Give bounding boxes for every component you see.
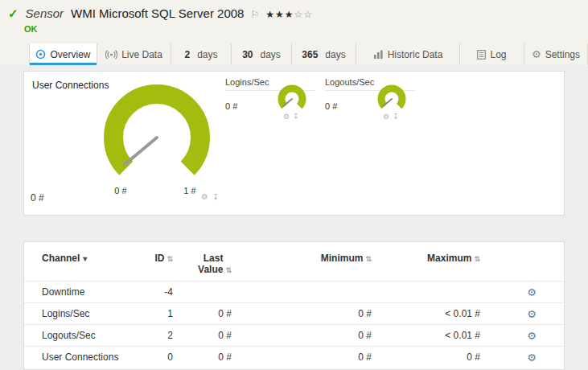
- priority-stars[interactable]: ★★★☆☆: [265, 9, 313, 20]
- status-check-icon: ✓: [8, 6, 19, 21]
- download-icon[interactable]: ↧: [212, 192, 219, 201]
- tab-label: Overview: [50, 49, 90, 60]
- dropdown-icon[interactable]: ▾: [83, 254, 87, 263]
- channel-id: 1: [130, 308, 173, 319]
- gear-icon[interactable]: ⚙: [283, 113, 290, 121]
- sensor-title: WMI Microsoft SQL Server 2008: [71, 6, 244, 20]
- tab-historic-data[interactable]: Historic Data: [356, 43, 460, 65]
- channel-maximum: < 0.01 #: [372, 330, 480, 341]
- tab-label: Log: [490, 49, 506, 60]
- channel-minimum: 0 #: [232, 352, 372, 363]
- col-label: Last Value: [187, 253, 223, 275]
- channel-minimum: 0 #: [232, 308, 372, 319]
- sensor-header: ✓ Sensor WMI Microsoft SQL Server 2008 ⚐…: [0, 0, 588, 43]
- log-icon: [477, 50, 486, 60]
- tab-label: Settings: [545, 49, 580, 60]
- logins-gauge-section: Logins/Sec 0 # ⚙ ↧: [225, 77, 320, 134]
- channel-settings-icon[interactable]: ⚙: [527, 330, 537, 342]
- channel-id: 2: [130, 330, 173, 341]
- channel-maximum: 0 #: [372, 352, 480, 363]
- table-row[interactable]: Logins/Sec 1 0 # 0 # < 0.01 # ⚙: [24, 302, 564, 324]
- tab-settings[interactable]: ⚙ Settings: [524, 43, 588, 65]
- channel-settings-icon[interactable]: ⚙: [527, 286, 537, 298]
- gauge-arc: [282, 88, 302, 106]
- channel-id: 0: [130, 352, 173, 363]
- historic-data-icon: [373, 50, 384, 60]
- object-kind-label: Sensor: [26, 6, 64, 20]
- channel-name[interactable]: Logouts/Sec: [42, 330, 130, 341]
- tab-overview[interactable]: Overview: [29, 43, 97, 65]
- gauge-needle: [125, 138, 157, 165]
- logouts-gauge: [376, 84, 408, 116]
- channel-name[interactable]: Logins/Sec: [42, 308, 130, 319]
- live-data-icon: [105, 50, 117, 60]
- tab-label-number: 2: [184, 49, 190, 60]
- tab-bar: Overview Live Data 2 days 30 days 365 da…: [0, 43, 588, 65]
- col-last-value[interactable]: Last Value⇅: [173, 253, 232, 281]
- col-minimum[interactable]: Minimum⇅: [232, 253, 372, 281]
- mini-gauge-value: 0 #: [325, 101, 337, 111]
- channel-settings-icon[interactable]: ⚙: [527, 308, 537, 320]
- channel-maximum: < 0.01 #: [372, 308, 480, 319]
- sort-icon[interactable]: ⇅: [474, 255, 480, 263]
- tab-label-number: 365: [302, 49, 318, 60]
- table-row[interactable]: Downtime -4 ⚙: [24, 281, 564, 302]
- status-badge: OK: [24, 24, 580, 34]
- channel-minimum: 0 #: [232, 330, 372, 341]
- tab-2-days[interactable]: 2 days: [171, 43, 232, 65]
- gauges-panel: User Connections 0 # 1 # 0 # ⚙ ↧ Logins/…: [23, 71, 565, 216]
- gauge-scale-min: 0 #: [106, 186, 135, 195]
- col-maximum[interactable]: Maximum⇅: [372, 253, 480, 281]
- tab-label: days: [325, 49, 345, 60]
- table-header-row: Channel▾ ID⇅ Last Value⇅ Minimum⇅ Maximu…: [24, 242, 564, 281]
- gauge-scale-max: 1 #: [175, 186, 204, 195]
- sort-icon[interactable]: ⇅: [167, 255, 173, 263]
- channels-table: Channel▾ ID⇅ Last Value⇅ Minimum⇅ Maximu…: [23, 241, 565, 370]
- tab-label: days: [261, 49, 281, 60]
- logouts-gauge-section: Logouts/Sec 0 # ⚙ ↧: [325, 77, 420, 134]
- col-label: Channel: [42, 253, 80, 264]
- gauge-current-value: 0 #: [31, 192, 44, 204]
- channel-last-value: 0 #: [173, 308, 232, 319]
- channel-id: -4: [130, 286, 173, 298]
- tab-label: Live Data: [121, 49, 162, 60]
- col-label: Minimum: [321, 253, 364, 264]
- gear-icon[interactable]: ⚙: [201, 192, 208, 201]
- download-icon[interactable]: ↧: [393, 113, 399, 121]
- gear-icon[interactable]: ⚙: [383, 113, 389, 121]
- tab-log[interactable]: Log: [460, 43, 524, 65]
- sort-icon[interactable]: ⇅: [365, 255, 372, 263]
- download-icon[interactable]: ↧: [293, 113, 299, 121]
- tab-label: days: [197, 49, 217, 60]
- tab-30-days[interactable]: 30 days: [232, 43, 292, 65]
- channel-name[interactable]: Downtime: [42, 286, 130, 298]
- col-actions: [480, 253, 546, 281]
- col-id[interactable]: ID⇅: [130, 253, 173, 281]
- flag-icon[interactable]: ⚐: [250, 9, 259, 20]
- tab-label: Historic Data: [388, 49, 443, 60]
- col-label: Maximum: [427, 253, 471, 264]
- sensor-body: User Connections 0 # 1 # 0 # ⚙ ↧ Logins/…: [0, 65, 588, 370]
- table-row[interactable]: Logouts/Sec 2 0 # 0 # < 0.01 # ⚙: [24, 324, 564, 346]
- tab-live-data[interactable]: Live Data: [97, 43, 171, 65]
- tab-label-number: 30: [242, 49, 253, 60]
- channel-name[interactable]: User Connections: [42, 352, 130, 363]
- logins-gauge: [276, 84, 308, 116]
- stars-empty[interactable]: ☆☆: [294, 9, 314, 20]
- channel-settings-icon[interactable]: ⚙: [527, 352, 537, 364]
- col-channel[interactable]: Channel▾: [42, 253, 130, 281]
- tab-365-days[interactable]: 365 days: [292, 43, 356, 65]
- sort-icon[interactable]: ⇅: [225, 266, 232, 274]
- mini-gauge-value: 0 #: [225, 101, 237, 111]
- gauge-arc: [381, 88, 402, 106]
- channel-last-value: 0 #: [173, 352, 232, 363]
- settings-gear-icon: ⚙: [532, 48, 541, 60]
- channel-last-value: 0 #: [173, 330, 232, 341]
- table-row[interactable]: User Connections 0 0 # 0 # 0 # ⚙: [24, 346, 564, 368]
- col-label: ID: [154, 253, 164, 264]
- stars-filled[interactable]: ★★★: [265, 9, 294, 20]
- user-connections-gauge: [80, 81, 233, 194]
- overview-icon: [35, 49, 46, 60]
- gauge-arc: [113, 94, 200, 168]
